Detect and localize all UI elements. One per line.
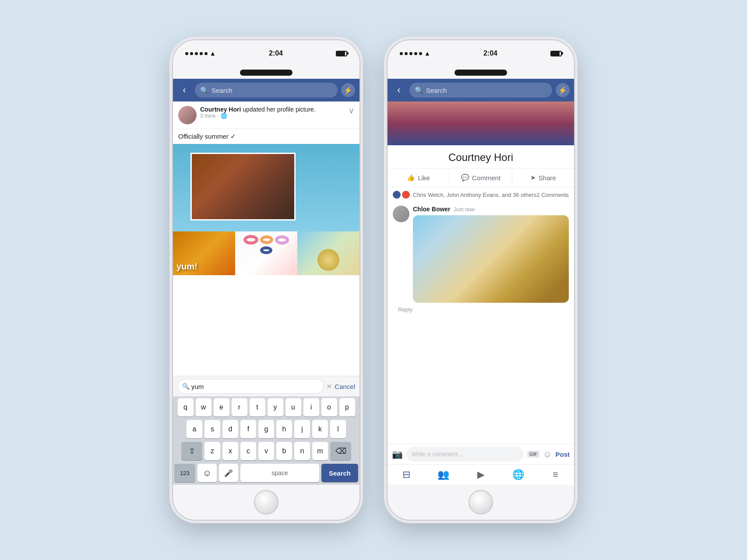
key-123[interactable]: 123	[174, 464, 195, 482]
like-reaction-icon	[393, 191, 401, 199]
key-b[interactable]: b	[276, 442, 292, 460]
key-space[interactable]: space	[240, 464, 319, 482]
search-input-field[interactable]: 🔍 yum	[177, 379, 324, 394]
key-t[interactable]: t	[250, 398, 265, 416]
home-button-right[interactable]	[469, 490, 493, 514]
thumbnail-row: yum!	[173, 231, 359, 275]
post-info: Courtney Hori updated her profile pictur…	[200, 106, 345, 119]
nav-newsfeed[interactable]: ⊟	[388, 465, 425, 485]
clear-button[interactable]: ✕	[326, 382, 332, 391]
status-bar-left: ▲ 2:04	[173, 40, 359, 66]
facebook-navbar-left: ‹ 🔍 Search ⚡	[173, 79, 359, 102]
love-reaction-icon	[402, 191, 410, 199]
comment-button[interactable]: 💬 Comment	[449, 168, 511, 187]
key-o[interactable]: o	[321, 398, 337, 416]
home-button-area-right	[388, 485, 574, 520]
power-button-right[interactable]	[387, 132, 387, 158]
search-button-keyboard[interactable]: Search	[321, 464, 358, 482]
key-j[interactable]: j	[294, 420, 310, 438]
battery-icon-right	[550, 51, 562, 56]
volume-up-button-right[interactable]	[574, 119, 575, 136]
like-button[interactable]: 👍 Like	[388, 168, 449, 187]
key-u[interactable]: u	[285, 398, 301, 416]
screen-right: ‹ 🔍 Search ⚡ Courtney Hori 👍 Like 💬 Comm…	[388, 79, 574, 485]
comment-time: Just now	[454, 206, 475, 213]
key-f[interactable]: f	[240, 420, 256, 438]
thumb-yum: yum!	[173, 231, 235, 275]
post-button[interactable]: Post	[555, 451, 570, 458]
clock-right: 2:04	[483, 49, 497, 57]
comment-photo	[413, 215, 569, 303]
key-s[interactable]: s	[204, 420, 220, 438]
keyboard-row-3: ⇧ z x c v b n m ⌫	[173, 440, 359, 462]
key-g[interactable]: g	[258, 420, 274, 438]
messenger-button-left[interactable]: ⚡	[341, 83, 355, 97]
search-bar-right[interactable]: 🔍 Search	[409, 83, 552, 98]
profile-photo-inner	[190, 153, 296, 220]
nav-menu[interactable]: ≡	[537, 465, 574, 485]
key-d[interactable]: d	[222, 420, 238, 438]
key-emoji[interactable]: ☺	[197, 464, 217, 482]
gif-button[interactable]: GIF	[527, 451, 539, 458]
comment-input-row: 📷 Write a comment... GIF ☺ Post	[388, 444, 574, 464]
key-shift[interactable]: ⇧	[181, 442, 202, 460]
key-l[interactable]: l	[330, 420, 346, 438]
key-z[interactable]: z	[204, 442, 220, 460]
key-e[interactable]: e	[214, 398, 229, 416]
thumb-donuts	[235, 231, 297, 275]
facebook-navbar-right: ‹ 🔍 Search ⚡	[388, 79, 574, 102]
action-row: 👍 Like 💬 Comment ➤ Share	[388, 168, 574, 187]
key-c[interactable]: c	[240, 442, 256, 460]
key-y[interactable]: y	[268, 398, 283, 416]
camera-icon[interactable]: 📷	[392, 449, 403, 459]
profile-cover	[388, 102, 574, 145]
share-label: Share	[539, 174, 556, 182]
key-h[interactable]: h	[276, 420, 292, 438]
key-w[interactable]: w	[196, 398, 211, 416]
key-i[interactable]: i	[303, 398, 319, 416]
search-icon-left: 🔍	[200, 86, 209, 94]
key-x[interactable]: x	[222, 442, 238, 460]
nav-globe[interactable]: 🌐	[500, 465, 537, 485]
volume-down-button[interactable]	[360, 141, 360, 158]
volume-down-button-right[interactable]	[574, 141, 575, 158]
cover-image	[388, 102, 574, 145]
key-a[interactable]: a	[187, 420, 202, 438]
emoji-button[interactable]: ☺	[543, 449, 552, 459]
notch-right	[388, 66, 574, 79]
messenger-button-right[interactable]: ⚡	[556, 83, 570, 97]
post-header: Courtney Hori updated her profile pictur…	[173, 102, 359, 129]
nav-video[interactable]: ▶	[462, 465, 499, 485]
key-q[interactable]: q	[178, 398, 194, 416]
like-label: Like	[418, 174, 430, 182]
reaction-names: Chris Welch, John Anthony Evans, and 36 …	[413, 192, 536, 198]
share-button[interactable]: ➤ Share	[512, 168, 574, 187]
key-p[interactable]: p	[339, 398, 355, 416]
home-button-left[interactable]	[254, 490, 278, 514]
cancel-button[interactable]: Cancel	[335, 383, 355, 390]
volume-up-button[interactable]	[360, 119, 360, 136]
power-button[interactable]	[172, 132, 173, 158]
keyboard-row-1: q w e r t y u i o p	[173, 396, 359, 418]
reply-link[interactable]: Reply	[393, 306, 569, 313]
back-button-left[interactable]: ‹	[177, 83, 191, 97]
comment-input-field[interactable]: Write a comment...	[406, 447, 524, 462]
key-k[interactable]: k	[312, 420, 328, 438]
avatar-image	[178, 106, 197, 124]
nav-friends[interactable]: 👥	[425, 465, 462, 485]
phone-right: ▲ 2:04 ‹ 🔍 Search ⚡ Courtney Hori	[387, 39, 575, 521]
search-mag-icon: 🔍	[182, 383, 190, 390]
post-chevron[interactable]: ∨	[349, 106, 354, 116]
key-n[interactable]: n	[294, 442, 310, 460]
search-bar-left[interactable]: 🔍 Search	[195, 83, 338, 98]
phone-left: ▲ 2:04 ‹ 🔍 Search ⚡ Courtney Ho	[172, 39, 360, 521]
key-r[interactable]: r	[232, 398, 247, 416]
home-button-area-left	[173, 485, 359, 520]
back-button-right[interactable]: ‹	[392, 83, 406, 97]
key-v[interactable]: v	[258, 442, 274, 460]
key-delete[interactable]: ⌫	[330, 442, 351, 460]
comment-placeholder: Write a comment...	[412, 451, 463, 458]
key-m[interactable]: m	[312, 442, 328, 460]
key-mic[interactable]: 🎤	[219, 464, 238, 482]
globe-icon-post: 🌐	[221, 113, 227, 119]
